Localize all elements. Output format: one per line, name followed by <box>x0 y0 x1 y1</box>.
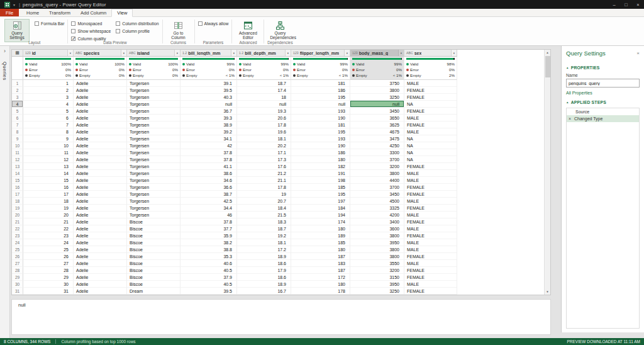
grid-cell[interactable]: 34.4 <box>180 205 237 212</box>
grid-cell[interactable]: 187 <box>291 267 350 274</box>
grid-cell[interactable]: 9 <box>23 135 74 142</box>
always-allow-checkbox[interactable]: Always allow <box>198 21 229 26</box>
checkbox-icon[interactable] <box>71 29 75 33</box>
column-header-body_mass_g[interactable]: 123body_mass_g▾ <box>350 50 404 57</box>
grid-cell[interactable]: FEMALE <box>404 163 457 170</box>
delete-step-icon[interactable]: × <box>569 116 574 121</box>
grid-cell[interactable]: Biscoe <box>127 232 180 239</box>
grid-cell[interactable]: FEMALE <box>404 205 457 212</box>
grid-cell[interactable]: 31 <box>23 288 74 295</box>
grid-cell[interactable]: Adelie <box>74 170 127 177</box>
column-header-bill_length_mm[interactable]: 1.2bill_length_mm▾ <box>180 50 237 57</box>
grid-cell[interactable]: 20.6 <box>237 115 291 122</box>
grid-cell[interactable]: 4200 <box>350 212 404 218</box>
row-number[interactable]: 27 <box>12 260 23 267</box>
grid-cell[interactable]: 18.7 <box>237 225 291 232</box>
grid-cell[interactable]: 19 <box>237 191 291 198</box>
grid-cell[interactable]: Adelie <box>74 101 127 108</box>
column-header-bill_depth_mm[interactable]: 1.2bill_depth_mm▾ <box>237 50 291 57</box>
grid-cell[interactable]: 3750 <box>350 80 404 87</box>
grid-cell[interactable]: Torgersen <box>127 212 180 218</box>
grid-cell[interactable]: 180 <box>291 281 350 288</box>
grid-cell[interactable]: 3400 <box>350 218 404 225</box>
grid-cell[interactable]: FEMALE <box>404 184 457 191</box>
grid-cell[interactable]: 18.1 <box>237 239 291 246</box>
grid-cell[interactable]: MALE <box>404 177 457 184</box>
grid-cell[interactable]: 39.3 <box>180 115 237 122</box>
grid-cell[interactable]: 28 <box>23 267 74 274</box>
grid-cell[interactable]: 18.6 <box>237 260 291 267</box>
grid-cell[interactable]: MALE <box>404 170 457 177</box>
advanced-editor-button[interactable]: Advanced Editor <box>235 19 260 42</box>
go-to-column-button[interactable]: Go to Column <box>166 19 191 42</box>
grid-cell[interactable]: Adelie <box>74 163 127 170</box>
row-number[interactable]: 24 <box>12 239 23 246</box>
all-properties-link[interactable]: All Properties <box>566 91 640 95</box>
grid-cell[interactable]: 38.6 <box>180 170 237 177</box>
grid-cell[interactable]: 3150 <box>350 274 404 281</box>
grid-cell[interactable]: 40.6 <box>180 260 237 267</box>
monospaced-checkbox[interactable]: Monospaced <box>71 21 111 26</box>
grid-cell[interactable]: FEMALE <box>404 288 457 295</box>
grid-cell[interactable]: Torgersen <box>127 156 180 163</box>
grid-cell[interactable]: 18 <box>23 198 74 205</box>
grid-cell[interactable]: 3325 <box>350 205 404 212</box>
grid-cell[interactable]: FEMALE <box>404 267 457 274</box>
grid-cell[interactable]: 37.7 <box>180 225 237 232</box>
grid-cell[interactable]: 18 <box>237 94 291 101</box>
grid-cell[interactable]: NA <box>404 135 457 142</box>
grid-cell[interactable]: 21.2 <box>237 170 291 177</box>
row-number[interactable]: 20 <box>12 212 23 218</box>
grid-cell[interactable]: 180 <box>291 156 350 163</box>
vertical-scrollbar[interactable]: ▲ ▼ <box>544 50 550 295</box>
grid-cell[interactable]: Torgersen <box>127 142 180 149</box>
query-settings-button[interactable]: Query Settings <box>4 19 30 42</box>
grid-cell[interactable]: Torgersen <box>127 163 180 170</box>
applied-steps-section-header[interactable]: ▲ APPLIED STEPS <box>566 100 640 105</box>
grid-cell[interactable]: Biscoe <box>127 225 180 232</box>
grid-cell[interactable]: 186 <box>291 87 350 94</box>
grid-cell[interactable]: 36.6 <box>180 184 237 191</box>
grid-cell[interactable]: 3800 <box>350 232 404 239</box>
grid-cell[interactable]: Adelie <box>74 184 127 191</box>
grid-cell[interactable]: 17.1 <box>237 149 291 156</box>
applied-step[interactable]: ×Changed Type <box>567 115 639 122</box>
column-profile-checkbox[interactable]: Column profile <box>116 28 158 34</box>
row-number[interactable]: 19 <box>12 205 23 212</box>
grid-cell[interactable]: Dream <box>127 288 180 295</box>
grid-cell[interactable]: Adelie <box>74 128 127 135</box>
grid-cell[interactable]: 194 <box>291 212 350 218</box>
grid-cell[interactable]: 42.5 <box>180 198 237 205</box>
grid-cell[interactable]: Torgersen <box>127 115 180 122</box>
grid-cell[interactable]: 193 <box>291 108 350 115</box>
grid-cell[interactable]: 3950 <box>350 239 404 246</box>
grid-cell[interactable]: MALE <box>404 260 457 267</box>
grid-cell[interactable]: Torgersen <box>127 94 180 101</box>
grid-cell[interactable]: 16 <box>23 184 74 191</box>
grid-cell[interactable]: Torgersen <box>127 101 180 108</box>
row-number[interactable]: 17 <box>12 191 23 198</box>
grid-cell[interactable]: 4400 <box>350 177 404 184</box>
filter-dropdown-icon[interactable]: ▾ <box>231 50 236 56</box>
grid-cell[interactable]: 17 <box>23 191 74 198</box>
query-dependencies-button[interactable]: Query Dependencies <box>267 19 292 42</box>
grid-cell[interactable]: 3950 <box>350 281 404 288</box>
grid-cell[interactable]: 38.2 <box>180 239 237 246</box>
grid-cell[interactable]: Biscoe <box>127 253 180 260</box>
checkbox-icon[interactable] <box>116 21 120 26</box>
grid-cell[interactable]: 35.9 <box>180 232 237 239</box>
grid-cell[interactable]: 17.9 <box>237 267 291 274</box>
grid-cell[interactable]: 37.8 <box>180 149 237 156</box>
grid-cell[interactable]: NA <box>404 149 457 156</box>
grid-cell[interactable]: Biscoe <box>127 281 180 288</box>
grid-cell[interactable]: Adelie <box>74 232 127 239</box>
grid-cell[interactable]: 195 <box>291 94 350 101</box>
grid-cell[interactable]: 172 <box>291 274 350 281</box>
grid-cell[interactable]: 20.7 <box>237 198 291 205</box>
row-number[interactable]: 22 <box>12 225 23 232</box>
grid-cell[interactable]: 27 <box>23 260 74 267</box>
grid-cell[interactable]: 3450 <box>350 108 404 115</box>
grid-cell[interactable]: FEMALE <box>404 122 457 128</box>
grid-cell[interactable]: 18.6 <box>237 274 291 281</box>
grid-cell[interactable]: 1 <box>23 80 74 87</box>
